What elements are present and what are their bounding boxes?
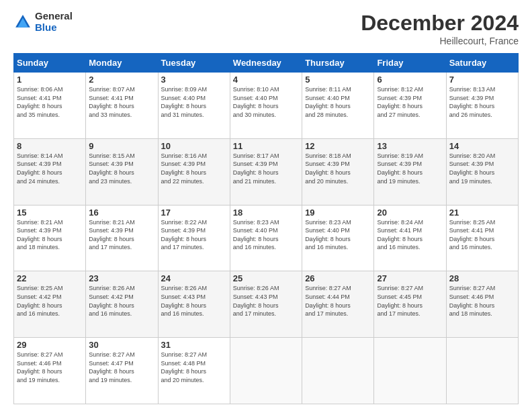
day-info: Sunrise: 8:24 AMSunset: 4:41 PMDaylight:… [377, 218, 443, 252]
info-line: Sunrise: 8:27 AM [17, 351, 83, 359]
day-info: Sunrise: 8:27 AMSunset: 4:46 PMDaylight:… [449, 284, 515, 318]
day-number: 8 [17, 141, 83, 151]
info-line: Daylight: 8 hours [17, 367, 83, 376]
col-saturday: Saturday [446, 54, 518, 73]
calendar-week-row: 29Sunrise: 8:27 AMSunset: 4:46 PMDayligh… [14, 338, 519, 404]
info-line: Daylight: 8 hours [305, 235, 371, 244]
logo-text: General Blue [35, 11, 73, 33]
info-line: Daylight: 8 hours [449, 302, 515, 310]
info-line: and 17 minutes. [377, 310, 443, 318]
day-number: 19 [305, 208, 371, 218]
info-line: Sunset: 4:45 PM [377, 293, 443, 302]
day-info: Sunrise: 8:13 AMSunset: 4:39 PMDaylight:… [449, 85, 515, 119]
calendar-cell: 30Sunrise: 8:27 AMSunset: 4:47 PMDayligh… [86, 338, 158, 404]
info-line: and 20 minutes. [161, 376, 227, 385]
day-number: 27 [377, 273, 443, 283]
day-number: 3 [161, 75, 227, 85]
day-number: 23 [89, 273, 154, 283]
info-line: Daylight: 8 hours [233, 302, 299, 310]
info-line: Sunrise: 8:24 AM [377, 218, 443, 227]
info-line: Sunset: 4:39 PM [377, 94, 443, 103]
info-line: Sunrise: 8:10 AM [233, 85, 299, 94]
info-line: and 17 minutes. [305, 310, 371, 318]
info-line: Sunrise: 8:26 AM [233, 284, 299, 293]
day-info: Sunrise: 8:12 AMSunset: 4:39 PMDaylight:… [377, 85, 443, 119]
info-line: Sunrise: 8:23 AM [233, 218, 299, 227]
col-thursday: Thursday [302, 54, 374, 73]
day-info: Sunrise: 8:27 AMSunset: 4:45 PMDaylight:… [377, 284, 443, 318]
info-line: Sunrise: 8:27 AM [449, 284, 515, 293]
logo-general: General [35, 11, 73, 22]
calendar-cell: 8Sunrise: 8:14 AMSunset: 4:39 PMDaylight… [14, 138, 86, 205]
info-line: Sunrise: 8:21 AM [89, 218, 154, 227]
info-line: and 23 minutes. [89, 177, 154, 186]
main-title: December 2024 [361, 11, 519, 36]
day-number: 6 [377, 75, 443, 85]
info-line: and 17 minutes. [233, 310, 299, 318]
info-line: Sunset: 4:44 PM [305, 293, 371, 302]
info-line: Sunset: 4:48 PM [161, 359, 227, 368]
info-line: and 21 minutes. [233, 177, 299, 186]
calendar-cell: 20Sunrise: 8:24 AMSunset: 4:41 PMDayligh… [374, 205, 446, 271]
day-number: 4 [233, 75, 299, 85]
info-line: Sunrise: 8:25 AM [449, 218, 515, 227]
day-info: Sunrise: 8:10 AMSunset: 4:40 PMDaylight:… [233, 85, 299, 119]
calendar-cell: 26Sunrise: 8:27 AMSunset: 4:44 PMDayligh… [302, 271, 374, 338]
info-line: Sunset: 4:43 PM [161, 293, 227, 302]
info-line: and 16 minutes. [161, 310, 227, 318]
day-number: 22 [17, 273, 83, 283]
calendar-cell: 14Sunrise: 8:20 AMSunset: 4:39 PMDayligh… [446, 138, 518, 205]
day-number: 20 [377, 208, 443, 218]
info-line: Daylight: 8 hours [449, 102, 515, 111]
info-line: Sunset: 4:47 PM [89, 359, 154, 368]
info-line: Sunset: 4:39 PM [161, 226, 227, 235]
info-line: and 16 minutes. [233, 243, 299, 252]
day-info: Sunrise: 8:27 AMSunset: 4:46 PMDaylight:… [17, 351, 83, 384]
calendar-cell: 18Sunrise: 8:23 AMSunset: 4:40 PMDayligh… [230, 205, 302, 271]
info-line: and 24 minutes. [17, 177, 83, 186]
day-number: 11 [233, 141, 299, 151]
info-line: Sunrise: 8:25 AM [17, 284, 83, 293]
col-friday: Friday [374, 54, 446, 73]
day-info: Sunrise: 8:26 AMSunset: 4:43 PMDaylight:… [233, 284, 299, 318]
day-info: Sunrise: 8:06 AMSunset: 4:41 PMDaylight:… [17, 85, 83, 119]
info-line: and 35 minutes. [17, 111, 83, 120]
info-line: and 22 minutes. [161, 177, 227, 186]
info-line: Sunrise: 8:23 AM [305, 218, 371, 227]
day-number: 30 [89, 340, 154, 350]
info-line: Daylight: 8 hours [89, 235, 154, 244]
info-line: and 26 minutes. [449, 111, 515, 120]
info-line: Daylight: 8 hours [89, 367, 154, 376]
info-line: Sunset: 4:43 PM [233, 293, 299, 302]
info-line: Sunset: 4:39 PM [161, 160, 227, 169]
day-number: 5 [305, 75, 371, 85]
day-info: Sunrise: 8:21 AMSunset: 4:39 PMDaylight:… [17, 218, 83, 252]
calendar-week-row: 1Sunrise: 8:06 AMSunset: 4:41 PMDaylight… [14, 73, 519, 139]
calendar-cell: 3Sunrise: 8:09 AMSunset: 4:40 PMDaylight… [158, 73, 230, 139]
day-info: Sunrise: 8:11 AMSunset: 4:40 PMDaylight:… [305, 85, 371, 119]
info-line: Sunset: 4:41 PM [89, 94, 154, 103]
title-block: December 2024 Heillecourt, France [361, 11, 519, 46]
info-line: Sunrise: 8:18 AM [305, 152, 371, 161]
calendar-cell: 6Sunrise: 8:12 AMSunset: 4:39 PMDaylight… [374, 73, 446, 139]
info-line: and 17 minutes. [89, 243, 154, 252]
info-line: and 33 minutes. [89, 111, 154, 120]
info-line: Sunset: 4:39 PM [377, 160, 443, 169]
col-monday: Monday [86, 54, 158, 73]
info-line: Sunrise: 8:14 AM [17, 152, 83, 161]
info-line: and 16 minutes. [305, 243, 371, 252]
calendar-week-row: 22Sunrise: 8:25 AMSunset: 4:42 PMDayligh… [14, 271, 519, 338]
info-line: and 16 minutes. [377, 243, 443, 252]
header-row: Sunday Monday Tuesday Wednesday Thursday… [14, 54, 519, 73]
calendar-cell: 25Sunrise: 8:26 AMSunset: 4:43 PMDayligh… [230, 271, 302, 338]
calendar-week-row: 8Sunrise: 8:14 AMSunset: 4:39 PMDaylight… [14, 138, 519, 205]
info-line: Daylight: 8 hours [17, 302, 83, 310]
calendar-cell: 22Sunrise: 8:25 AMSunset: 4:42 PMDayligh… [14, 271, 86, 338]
info-line: and 28 minutes. [305, 111, 371, 120]
day-info: Sunrise: 8:23 AMSunset: 4:40 PMDaylight:… [233, 218, 299, 252]
info-line: Sunrise: 8:20 AM [449, 152, 515, 161]
info-line: and 19 minutes. [17, 376, 83, 385]
day-number: 25 [233, 273, 299, 283]
calendar-cell: 19Sunrise: 8:23 AMSunset: 4:40 PMDayligh… [302, 205, 374, 271]
day-info: Sunrise: 8:17 AMSunset: 4:39 PMDaylight:… [233, 152, 299, 185]
